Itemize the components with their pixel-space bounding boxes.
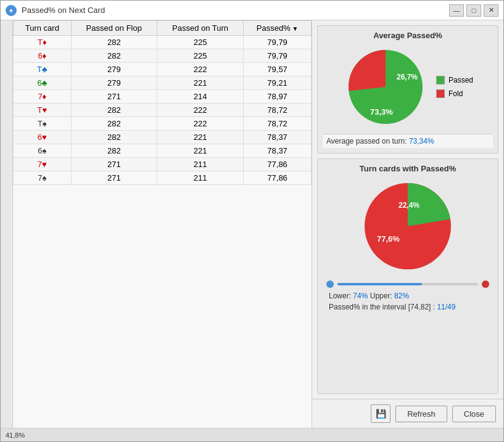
passed-pct-cell: 77,86 (244, 171, 312, 185)
legend-fold-label: Fold (448, 89, 463, 98)
card-cell: 7♥ (14, 158, 72, 171)
passed-pct-cell: 79,79 (244, 36, 312, 49)
suit-symbol: 7♠ (38, 173, 46, 182)
passed-flop-cell: 279 (71, 63, 157, 76)
table-row: T♦28222579,79 (14, 36, 312, 49)
suit-symbol: 7♥ (38, 160, 47, 169)
chart2-box: Turn cards with Passed% 77,6% 22,4% (317, 158, 498, 394)
slider-right-dot (482, 280, 489, 288)
table-row: 6♦28222579,79 (14, 49, 312, 63)
passed-flop-cell: 271 (71, 158, 157, 171)
passed-pct-cell: 78,37 (244, 144, 312, 158)
passed-turn-cell: 221 (157, 131, 243, 144)
title-bar: ♠ Passed% on Next Card — □ ✕ (1, 1, 503, 20)
table-row: 7♦27121478,97 (14, 90, 312, 104)
card-cell: T♦ (14, 36, 72, 49)
legend-passed-label: Passed (448, 76, 473, 84)
right-panel: Average Passed% 73,3% 26,7% (312, 20, 503, 428)
suit-symbol: 6♥ (38, 133, 47, 142)
window-controls: — □ ✕ (449, 4, 498, 17)
passed-turn-cell: 221 (157, 76, 243, 90)
data-table: Turn card Passed on Flop Passed on Turn … (13, 20, 312, 185)
chart2-title: Turn cards with Passed% (323, 164, 493, 173)
export-icon: 💾 (376, 409, 386, 419)
maximize-button[interactable]: □ (466, 4, 481, 17)
card-cell: 6♠ (14, 144, 72, 158)
suit-symbol: T♠ (38, 119, 47, 128)
passed-flop-cell: 271 (71, 171, 157, 185)
passed-turn-cell: 222 (157, 117, 243, 131)
suit-symbol: 6♣ (37, 78, 47, 88)
close-button[interactable]: Close (452, 406, 496, 422)
table-area: Turn card Passed on Flop Passed on Turn … (13, 20, 312, 428)
svg-text:26,7%: 26,7% (397, 73, 418, 81)
slider-track[interactable] (337, 283, 478, 285)
card-cell: T♣ (14, 63, 72, 76)
chart1-legend: Passed Fold (436, 76, 473, 98)
col-passed-flop[interactable]: Passed on Flop (71, 21, 157, 36)
passed-flop-cell: 282 (71, 49, 157, 63)
col-turn-card[interactable]: Turn card (14, 21, 72, 36)
passed-pct-cell: 78,72 (244, 104, 312, 117)
minimize-button[interactable]: — (449, 4, 464, 17)
legend-passed: Passed (436, 76, 473, 84)
left-sidebar (1, 20, 13, 428)
chart1-title: Average Passed% (323, 31, 493, 40)
suit-symbol: 6♦ (38, 51, 46, 60)
passed-turn-cell: 222 (157, 63, 243, 76)
passed-flop-cell: 282 (71, 104, 157, 117)
passed-turn-cell: 211 (157, 158, 243, 171)
svg-text:77,6%: 77,6% (377, 234, 400, 244)
lower-label: Lower: (329, 292, 353, 300)
upper-label: Upper: (368, 292, 394, 300)
table-row: T♥28222278,72 (14, 104, 312, 117)
passed-pct-cell: 78,72 (244, 117, 312, 131)
card-cell: 6♥ (14, 131, 72, 144)
passed-turn-cell: 225 (157, 49, 243, 63)
chart1-container: 73,3% 26,7% Passed Fold (323, 44, 493, 130)
lower-value: 74% (353, 292, 368, 300)
card-cell: 6♣ (14, 76, 72, 90)
status-text: 41,8% (6, 432, 25, 439)
passed-pct-cell: 78,37 (244, 131, 312, 144)
interval-value: 11/49 (437, 303, 455, 311)
refresh-button[interactable]: Refresh (395, 406, 447, 422)
status-bar: 41,8% (1, 428, 503, 441)
table-row: 6♣27922179,21 (14, 76, 312, 90)
chart1-info-label: Average passed on turn: (326, 137, 409, 145)
chart2-container: 77,6% 22,4% (323, 177, 493, 276)
suit-symbol: 6♠ (38, 146, 46, 155)
interval-info: Passed% in the interval [74,82] : 11/49 (323, 301, 493, 313)
passed-pct-cell: 78,97 (244, 90, 312, 104)
close-window-button[interactable]: ✕ (484, 4, 498, 17)
chart1-info-value: 73,34% (409, 137, 434, 145)
passed-pct-cell: 77,86 (244, 158, 312, 171)
slider-fill (337, 283, 422, 285)
svg-text:73,3%: 73,3% (370, 107, 393, 117)
main-window: ♠ Passed% on Next Card — □ ✕ Turn card P… (0, 0, 504, 442)
passed-pct-cell: 79,79 (244, 49, 312, 63)
chart1-box: Average Passed% 73,3% 26,7% (317, 25, 498, 153)
card-cell: 7♦ (14, 90, 72, 104)
export-button[interactable]: 💾 (371, 404, 390, 423)
svg-text:22,4%: 22,4% (399, 201, 419, 210)
interval-label: Passed% in the interval [74,82] : (329, 303, 437, 311)
chart1-pie: 73,3% 26,7% (342, 44, 429, 130)
card-cell: 7♠ (14, 171, 72, 185)
legend-fold-color (436, 89, 445, 98)
passed-pct-cell: 79,21 (244, 76, 312, 90)
card-cell: 6♦ (14, 49, 72, 63)
window-title: Passed% on Next Card (22, 6, 449, 15)
app-icon: ♠ (6, 5, 17, 16)
legend-passed-color (436, 76, 445, 84)
table-row: T♠28222278,72 (14, 117, 312, 131)
col-passed-turn[interactable]: Passed on Turn (157, 21, 243, 36)
main-content: Turn card Passed on Flop Passed on Turn … (1, 20, 503, 428)
col-passed-pct[interactable]: Passed% (244, 21, 312, 36)
passed-flop-cell: 279 (71, 76, 157, 90)
passed-turn-cell: 214 (157, 90, 243, 104)
table-row: 7♠27121177,86 (14, 171, 312, 185)
table-row: T♣27922279,57 (14, 63, 312, 76)
lower-upper-info: Lower: 74% Upper: 82% (323, 290, 493, 301)
card-cell: T♠ (14, 117, 72, 131)
